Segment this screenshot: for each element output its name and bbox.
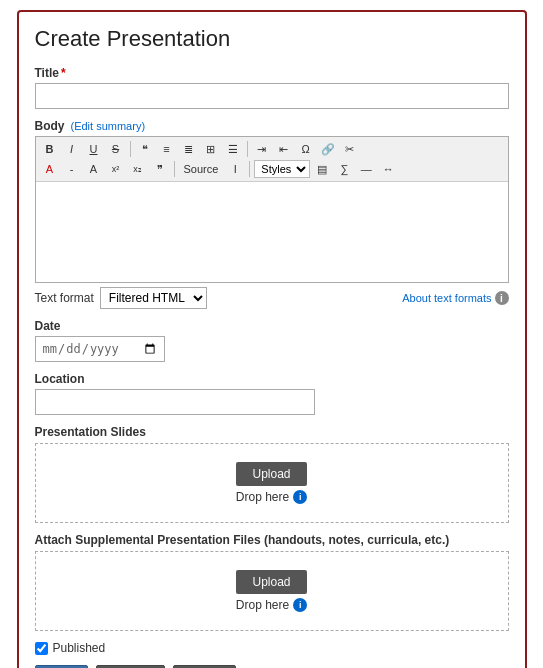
body-field-group: Body (Edit summary) B I U S ❝ ≡ ≣ ⊞ ☰: [35, 119, 509, 309]
published-label: Published: [53, 641, 106, 655]
text-format-row: Text format Filtered HTML Full HTML Plai…: [35, 287, 509, 309]
edit-summary-link[interactable]: (Edit summary): [71, 120, 146, 132]
toolbar-separator-3: [174, 161, 175, 177]
supplemental-upload-area: Upload Drop here i: [35, 551, 509, 631]
resize-button[interactable]: ↔: [378, 160, 398, 178]
about-formats-link[interactable]: About text formats: [402, 292, 491, 304]
font-color-button[interactable]: A: [40, 160, 60, 178]
editor-body[interactable]: [36, 182, 508, 282]
text-format-select[interactable]: Filtered HTML Full HTML Plain text: [100, 287, 207, 309]
sum-button[interactable]: ∑: [334, 160, 354, 178]
text-format-label: Text format: [35, 291, 94, 305]
supplemental-files-group: Attach Supplemental Presentation Files (…: [35, 533, 509, 631]
editor-toolbar: B I U S ❝ ≡ ≣ ⊞ ☰ ⇥ ⇤ Ω 🔗 ✂: [36, 137, 508, 182]
title-label: Title*: [35, 66, 509, 80]
title-field-group: Title*: [35, 66, 509, 109]
editor-container: B I U S ❝ ≡ ≣ ⊞ ☰ ⇥ ⇤ Ω 🔗 ✂: [35, 136, 509, 283]
published-row: Published: [35, 641, 509, 655]
strikethrough-button[interactable]: S: [106, 140, 126, 158]
toolbar-row-2: A - A x² x₂ ❞ Source I Styles ▤ ∑ —: [40, 160, 504, 178]
body-label-row: Body (Edit summary): [35, 119, 509, 133]
toolbar-separator-2: [247, 141, 248, 157]
underline-button[interactable]: U: [84, 140, 104, 158]
location-label: Location: [35, 372, 509, 386]
link-button[interactable]: 🔗: [318, 140, 338, 158]
date-field-group: Date: [35, 319, 509, 362]
presentation-slides-label: Presentation Slides: [35, 425, 509, 439]
page-title: Create Presentation: [35, 26, 509, 52]
indent-button[interactable]: ⇥: [252, 140, 272, 158]
styles-dropdown[interactable]: Styles: [254, 160, 310, 178]
about-formats-container: About text formats i: [402, 291, 508, 305]
published-checkbox[interactable]: [35, 642, 48, 655]
format-button[interactable]: I: [225, 160, 245, 178]
toolbar-row-1: B I U S ❝ ≡ ≣ ⊞ ☰ ⇥ ⇤ Ω 🔗 ✂: [40, 140, 504, 158]
about-formats-icon: i: [495, 291, 509, 305]
drop-info-icon-2: i: [293, 598, 307, 612]
bg-color-button[interactable]: A: [84, 160, 104, 178]
subscript-button[interactable]: x₂: [128, 160, 148, 178]
title-input[interactable]: [35, 83, 509, 109]
drop-here-row-2: Drop here i: [236, 598, 307, 612]
drop-info-icon-1: i: [293, 490, 307, 504]
unlink-button[interactable]: ✂: [340, 140, 360, 158]
blockquote-button[interactable]: ❝: [135, 140, 155, 158]
superscript-button[interactable]: x²: [106, 160, 126, 178]
drop-here-label-1: Drop here: [236, 490, 289, 504]
supplemental-label: Attach Supplemental Presentation Files (…: [35, 533, 509, 547]
required-marker: *: [61, 66, 66, 80]
form-container: Create Presentation Title* Body (Edit su…: [17, 10, 527, 668]
align-left-button[interactable]: ≡: [157, 140, 177, 158]
list-button[interactable]: ☰: [223, 140, 243, 158]
align-center-button[interactable]: ≣: [179, 140, 199, 158]
hr-button[interactable]: —: [356, 160, 376, 178]
source-button[interactable]: Source: [179, 160, 224, 178]
presentation-slides-upload-area: Upload Drop here i: [35, 443, 509, 523]
bold-button[interactable]: B: [40, 140, 60, 158]
toolbar-separator: [130, 141, 131, 157]
toolbar-separator-4: [249, 161, 250, 177]
italic-button[interactable]: I: [62, 140, 82, 158]
table-button[interactable]: ⊞: [201, 140, 221, 158]
date-label: Date: [35, 319, 509, 333]
image-button[interactable]: ▤: [312, 160, 332, 178]
date-input-row: [35, 336, 509, 362]
text-format-left: Text format Filtered HTML Full HTML Plai…: [35, 287, 207, 309]
location-field-group: Location: [35, 372, 509, 415]
body-label: Body: [35, 119, 65, 133]
upload-supplemental-button[interactable]: Upload: [236, 570, 306, 594]
blockquote2-button[interactable]: ❞: [150, 160, 170, 178]
separator-btn[interactable]: -: [62, 160, 82, 178]
date-input[interactable]: [35, 336, 165, 362]
drop-here-row-1: Drop here i: [236, 490, 307, 504]
upload-slides-button[interactable]: Upload: [236, 462, 306, 486]
special-chars-button[interactable]: Ω: [296, 140, 316, 158]
presentation-slides-group: Presentation Slides Upload Drop here i: [35, 425, 509, 523]
outdent-button[interactable]: ⇤: [274, 140, 294, 158]
drop-here-label-2: Drop here: [236, 598, 289, 612]
location-input[interactable]: [35, 389, 315, 415]
